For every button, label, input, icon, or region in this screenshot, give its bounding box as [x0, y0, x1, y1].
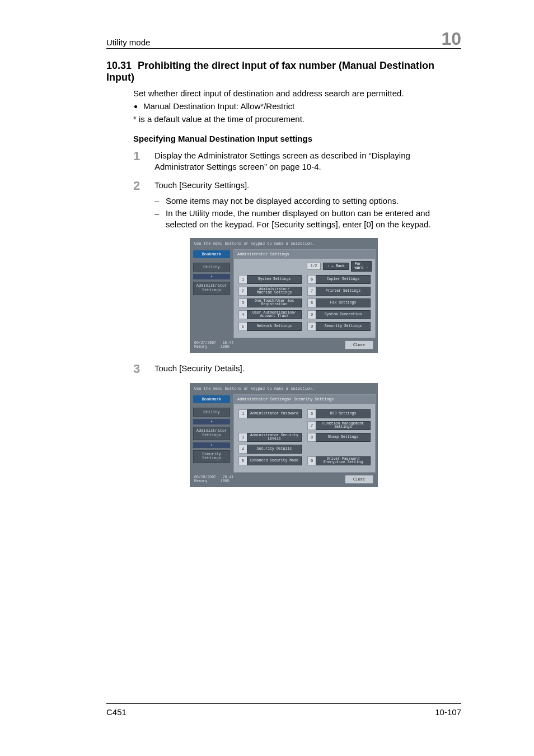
dash-icon: –: [154, 195, 166, 207]
menu-number: 8: [307, 433, 316, 442]
bookmark-tab[interactable]: Bookmark: [193, 250, 230, 258]
screen-instruction: Use the menu buttons or keypad to make a…: [190, 238, 378, 248]
step-text: Touch [Security Details].: [154, 363, 461, 375]
menu-number: 7: [307, 421, 316, 430]
heading-number: 10.31: [106, 60, 132, 72]
menu-label: Enhanced Security Mode: [247, 456, 302, 465]
step-number: 3: [133, 363, 154, 375]
menu-label: System Settings: [247, 275, 302, 284]
menu-button[interactable]: 8Fax Settings: [307, 298, 371, 307]
menu-number: 8: [307, 298, 316, 307]
nav-arrow-icon: ▾: [193, 442, 230, 448]
admin-settings-screenshot: Use the menu buttons or keypad to make a…: [190, 238, 378, 353]
menu-number: 0: [307, 322, 316, 331]
status-time: 15:44: [223, 341, 234, 345]
menu-number: 9: [307, 310, 316, 319]
subitem-text: Some items may not be displayed accordin…: [166, 195, 461, 207]
menu-label: Copier Settings: [316, 275, 371, 284]
admin-settings-nav-button[interactable]: Administrator Settings: [193, 427, 230, 440]
bullet-item: Manual Destination Input: Allow*/Restric…: [143, 101, 461, 111]
utility-nav-button[interactable]: Utility: [193, 408, 230, 417]
running-header: Utility mode 10: [106, 31, 461, 49]
memory-value: 100%: [221, 479, 229, 483]
model-label: C451: [106, 707, 127, 717]
step-2: 2 Touch [Security Settings].: [133, 180, 461, 192]
menu-number: 6: [307, 275, 316, 284]
memory-label: Memory: [194, 345, 207, 349]
menu-number: 0: [307, 456, 316, 465]
menu-button[interactable]: 3Administrator Security Levels: [238, 433, 302, 442]
menu-number: 7: [307, 287, 316, 296]
page-number: 10-107: [435, 707, 461, 717]
menu-number: 1: [238, 409, 247, 418]
menu-number: 3: [238, 298, 247, 307]
subitem-text: In the Utility mode, the number displaye…: [166, 208, 461, 231]
memory-label: Memory: [194, 479, 207, 483]
menu-label: Driver Password Encryption Setting: [316, 456, 371, 465]
menu-number: 3: [238, 433, 247, 442]
menu-label: Fax Settings: [316, 298, 371, 307]
status-date: 08/29/2007: [194, 475, 216, 479]
menu-number: 5: [238, 456, 247, 465]
menu-button[interactable]: 0Driver Password Encryption Setting: [307, 456, 371, 465]
menu-button[interactable]: 0Security Settings: [307, 322, 371, 331]
header-left: Utility mode: [106, 38, 150, 47]
menu-label: Administrator/ Machine Settings: [247, 287, 302, 296]
menu-label: System Connection: [316, 310, 371, 319]
menu-label: Network Settings: [247, 322, 302, 331]
menu-button[interactable]: 5Enhanced Security Mode: [238, 456, 302, 465]
close-button[interactable]: Close: [345, 340, 373, 349]
step-1: 1 Display the Administrator Settings scr…: [133, 150, 461, 173]
menu-button[interactable]: 4User Authentication/ Account Track: [238, 310, 302, 319]
menu-number: 2: [238, 287, 247, 296]
menu-button[interactable]: 1Administrator Password: [238, 409, 302, 418]
menu-number: 6: [307, 409, 316, 418]
forward-button[interactable]: For- ward →: [351, 261, 372, 272]
menu-button[interactable]: 7Function Management Settings: [307, 421, 371, 430]
menu-button[interactable]: 6HDD Settings: [307, 409, 371, 418]
menu-button[interactable]: 4Security Details: [238, 445, 302, 454]
menu-label: Security Details: [247, 445, 302, 454]
step-text: Touch [Security Settings].: [154, 180, 461, 192]
menu-label: User Authentication/ Account Track: [247, 310, 302, 319]
menu-button[interactable]: 9System Connection: [307, 310, 371, 319]
step-text: Display the Administrator Settings scree…: [154, 150, 461, 173]
dash-icon: –: [154, 208, 166, 231]
menu-button[interactable]: 6Copier Settings: [307, 275, 371, 284]
menu-button[interactable]: 5Network Settings: [238, 322, 302, 331]
back-button[interactable]: ↑ ← Back: [323, 263, 348, 270]
menu-number: 4: [238, 310, 247, 319]
memory-value: 100%: [221, 345, 229, 349]
page-footer: C451 10-107: [106, 703, 461, 717]
chapter-number: 10: [441, 31, 461, 47]
security-settings-nav-button[interactable]: Security Settings: [193, 450, 230, 463]
menu-label: Printer Settings: [316, 287, 371, 296]
menu-label: One-Touch/User Box Registration: [247, 298, 302, 307]
heading-title: Prohibiting the direct input of fax numb…: [106, 60, 434, 83]
status-meta: 08/29/2007 20:41 Memory 100%: [194, 475, 233, 484]
close-button[interactable]: Close: [345, 475, 373, 484]
screen-instruction: Use the menu buttons or keypad to make a…: [190, 383, 378, 393]
menu-label: Security Settings: [316, 322, 371, 331]
menu-button[interactable]: 2Administrator/ Machine Settings: [238, 287, 302, 296]
menu-number: 5: [238, 322, 247, 331]
menu-label: Administrator Security Levels: [247, 433, 302, 442]
menu-button[interactable]: 7Printer Settings: [307, 287, 371, 296]
back-label: ← Back: [331, 264, 344, 268]
subheading: Specifying Manual Destination Input sett…: [133, 134, 461, 143]
bookmark-tab[interactable]: Bookmark: [193, 395, 230, 403]
menu-button[interactable]: 1System Settings: [238, 275, 302, 284]
admin-settings-nav-button[interactable]: Administrator Settings: [193, 282, 230, 295]
intro-paragraph: Set whether direct input of destination …: [133, 88, 461, 99]
menu-button[interactable]: 8Stamp Settings: [307, 433, 371, 442]
security-settings-screenshot: Use the menu buttons or keypad to make a…: [190, 383, 378, 487]
step-subitem: – Some items may not be displayed accord…: [154, 195, 461, 207]
menu-button[interactable]: 3One-Touch/User Box Registration: [238, 298, 302, 307]
page-indicator: 1/2: [307, 263, 321, 270]
utility-nav-button[interactable]: Utility: [193, 263, 230, 272]
status-time: 20:41: [223, 475, 234, 479]
status-meta: 09/27/2007 15:44 Memory 100%: [194, 341, 233, 350]
step-subitem: – In the Utility mode, the number displa…: [154, 208, 461, 231]
breadcrumb: Administrator Settings: [234, 250, 375, 259]
menu-label: HDD Settings: [316, 409, 371, 418]
